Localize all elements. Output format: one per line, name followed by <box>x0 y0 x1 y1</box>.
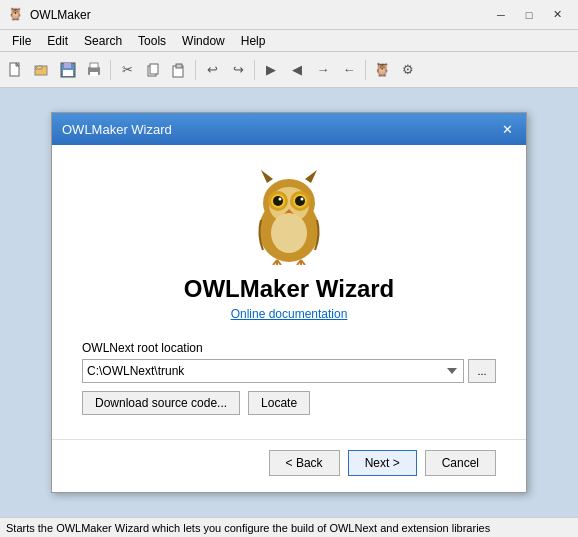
toolbar-print[interactable] <box>82 58 106 82</box>
toolbar-settings[interactable]: ⚙ <box>396 58 420 82</box>
toolbar-owl[interactable]: 🦉 <box>370 58 394 82</box>
svg-marker-16 <box>305 170 317 183</box>
back-button[interactable]: < Back <box>269 450 340 476</box>
toolbar-nav1[interactable]: ▶ <box>259 58 283 82</box>
menu-search[interactable]: Search <box>76 30 130 51</box>
dialog-form: OWLNext root location C:\OWLNext\trunk .… <box>82 341 496 419</box>
extra-buttons: Download source code... Locate <box>82 391 496 415</box>
browse-button[interactable]: ... <box>468 359 496 383</box>
title-bar: 🦉 OWLMaker ─ □ ✕ <box>0 0 578 30</box>
online-documentation-link[interactable]: Online documentation <box>231 307 348 321</box>
menu-file[interactable]: File <box>4 30 39 51</box>
main-area: OWLMaker Wizard ✕ <box>0 88 578 517</box>
toolbar-sep-2 <box>195 60 196 80</box>
toolbar-nav3[interactable]: → <box>311 58 335 82</box>
dialog-title-text: OWLMaker Wizard <box>62 122 498 137</box>
dialog-title-bar: OWLMaker Wizard ✕ <box>52 113 526 145</box>
field-label: OWLNext root location <box>82 341 496 355</box>
toolbar-sep-3 <box>254 60 255 80</box>
window-controls: ─ □ ✕ <box>488 4 570 26</box>
maximize-button[interactable]: □ <box>516 4 542 26</box>
toolbar-nav4[interactable]: ← <box>337 58 361 82</box>
toolbar-sep-4 <box>365 60 366 80</box>
dialog-content: OWLMaker Wizard Online documentation OWL… <box>52 145 526 439</box>
toolbar-undo[interactable]: ↩ <box>200 58 224 82</box>
svg-point-24 <box>295 196 305 206</box>
next-button[interactable]: Next > <box>348 450 417 476</box>
toolbar-open[interactable] <box>30 58 54 82</box>
svg-rect-8 <box>90 72 98 76</box>
menu-tools[interactable]: Tools <box>130 30 174 51</box>
toolbar-redo[interactable]: ↪ <box>226 58 250 82</box>
toolbar: ✂ ↩ ↪ ▶ ◀ → ← 🦉 ⚙ <box>0 52 578 88</box>
menu-bar: File Edit Search Tools Window Help <box>0 30 578 52</box>
toolbar-save[interactable] <box>56 58 80 82</box>
download-button[interactable]: Download source code... <box>82 391 240 415</box>
toolbar-nav2[interactable]: ◀ <box>285 58 309 82</box>
dialog-main-title: OWLMaker Wizard <box>184 275 394 303</box>
status-text: Starts the OWLMaker Wizard which lets yo… <box>6 522 490 534</box>
dialog-close-button[interactable]: ✕ <box>498 120 516 138</box>
field-row: C:\OWLNext\trunk ... <box>82 359 496 383</box>
minimize-button[interactable]: ─ <box>488 4 514 26</box>
svg-point-20 <box>273 196 283 206</box>
app-title: OWLMaker <box>30 8 488 22</box>
toolbar-cut[interactable]: ✂ <box>115 58 139 82</box>
svg-point-27 <box>271 213 307 253</box>
cancel-button[interactable]: Cancel <box>425 450 496 476</box>
toolbar-sep-1 <box>110 60 111 80</box>
toolbar-copy[interactable] <box>141 58 165 82</box>
svg-rect-12 <box>176 64 182 68</box>
toolbar-paste[interactable] <box>167 58 191 82</box>
locate-button[interactable]: Locate <box>248 391 310 415</box>
svg-marker-15 <box>261 170 273 183</box>
root-location-select[interactable]: C:\OWLNext\trunk <box>82 359 464 383</box>
toolbar-new[interactable] <box>4 58 28 82</box>
svg-point-21 <box>279 198 282 201</box>
svg-rect-5 <box>63 70 73 76</box>
dialog: OWLMaker Wizard ✕ <box>51 112 527 493</box>
owl-image <box>239 165 339 265</box>
svg-rect-10 <box>150 64 158 74</box>
svg-point-25 <box>301 198 304 201</box>
status-bar: Starts the OWLMaker Wizard which lets yo… <box>0 517 578 537</box>
app-icon: 🦉 <box>8 7 24 23</box>
svg-rect-7 <box>90 63 98 68</box>
menu-edit[interactable]: Edit <box>39 30 76 51</box>
close-button[interactable]: ✕ <box>544 4 570 26</box>
menu-help[interactable]: Help <box>233 30 274 51</box>
menu-window[interactable]: Window <box>174 30 233 51</box>
dialog-footer: < Back Next > Cancel <box>52 439 526 492</box>
svg-rect-4 <box>64 63 71 68</box>
